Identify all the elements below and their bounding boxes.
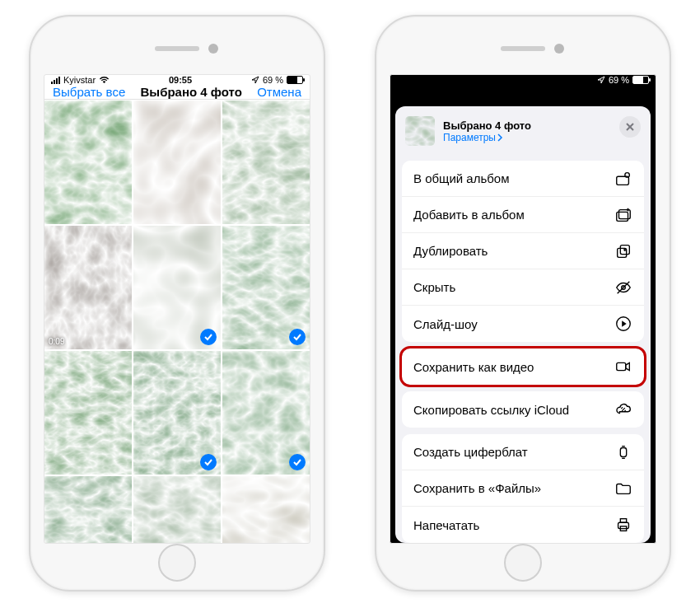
svg-rect-0: [44, 101, 132, 224]
nav-bar: Выбрать все Выбрано 4 фото Отмена: [44, 85, 310, 100]
battery-pct: 69 %: [263, 75, 283, 85]
svg-rect-10: [133, 476, 221, 544]
photo-thumb[interactable]: [133, 476, 221, 544]
action-group-2: Скопировать ссылку iCloud: [402, 391, 644, 428]
status-bar: 69 %: [390, 75, 656, 85]
folder-icon: [614, 479, 632, 498]
action-slideshow[interactable]: Слайд-шоу: [402, 306, 644, 342]
action-create-watchface[interactable]: Создать циферблат: [402, 434, 644, 470]
share-sheet-header: Выбрано 4 фото Параметры: [395, 115, 651, 154]
carrier-label: Kyivstar: [63, 75, 96, 85]
selection-thumbnail: [405, 116, 435, 146]
svg-rect-6: [44, 351, 132, 475]
action-group-highlighted: Сохранить как видео: [402, 348, 644, 385]
action-label: Создать циферблат: [413, 445, 528, 459]
selected-check-icon: [289, 454, 306, 470]
photo-thumb[interactable]: [133, 351, 221, 475]
action-hide[interactable]: Скрыть: [402, 269, 644, 306]
photo-grid[interactable]: 0:09: [44, 100, 310, 544]
photo-thumb[interactable]: 0:09: [44, 226, 132, 349]
selected-check-icon: [289, 329, 306, 345]
share-title: Выбрано 4 фото: [443, 119, 531, 132]
speaker: [501, 46, 545, 51]
svg-rect-13: [405, 116, 435, 146]
video-duration: 0:09: [49, 337, 64, 346]
select-all-button[interactable]: Выбрать все: [53, 85, 125, 99]
svg-rect-9: [44, 476, 132, 544]
action-add-to-album[interactable]: Добавить в альбом: [402, 197, 644, 233]
home-button[interactable]: [504, 544, 542, 582]
svg-rect-2: [222, 101, 310, 224]
front-camera: [208, 44, 218, 54]
location-icon: [251, 76, 259, 84]
action-label: Скрыть: [413, 280, 455, 294]
photo-thumb[interactable]: [44, 476, 132, 544]
selected-check-icon: [200, 329, 217, 345]
battery-pct: 69 %: [609, 75, 629, 85]
nav-title: Выбрано 4 фото: [141, 85, 242, 99]
svg-rect-1: [133, 101, 221, 224]
chevron-right-icon: [497, 133, 503, 142]
action-label: В общий альбом: [413, 171, 510, 185]
action-label: Сохранить в «Файлы»: [413, 481, 541, 495]
photo-thumb[interactable]: [133, 226, 221, 349]
hide-icon: [614, 278, 632, 297]
svg-rect-25: [620, 519, 626, 523]
video-icon: [614, 358, 632, 376]
home-button[interactable]: [158, 544, 196, 582]
action-group-3: Создать циферблат Сохранить в «Файлы» На…: [402, 434, 644, 543]
action-save-to-files[interactable]: Сохранить в «Файлы»: [402, 470, 644, 507]
share-sheet: Выбрано 4 фото Параметры В общий альбом …: [395, 106, 651, 543]
action-print[interactable]: Напечатать: [402, 507, 644, 543]
watch-icon: [614, 443, 632, 461]
location-icon: [597, 76, 605, 84]
speaker: [155, 46, 199, 51]
close-icon: [625, 122, 635, 132]
photo-thumb[interactable]: [222, 476, 310, 544]
action-save-as-video[interactable]: Сохранить как видео: [402, 348, 644, 385]
photo-thumb[interactable]: [222, 226, 310, 349]
action-label: Слайд-шоу: [413, 317, 478, 331]
shared-album-icon: [614, 170, 632, 188]
phone-right: 69 % Выбрано 4 фото Параметры: [375, 15, 671, 592]
clock: 09:55: [169, 75, 192, 85]
add-album-icon: [614, 206, 632, 224]
photo-thumb[interactable]: [222, 351, 310, 475]
signal-icon: [51, 77, 60, 84]
photo-thumb[interactable]: [222, 101, 310, 224]
share-params-button[interactable]: Параметры: [443, 132, 531, 143]
battery-icon: [632, 76, 649, 84]
play-circle-icon: [614, 315, 632, 333]
action-label: Дублировать: [413, 244, 488, 258]
icloud-link-icon: [614, 400, 632, 419]
front-camera: [554, 44, 564, 54]
svg-rect-23: [620, 447, 626, 456]
action-copy-icloud[interactable]: Скопировать ссылку iCloud: [402, 391, 644, 428]
duplicate-icon: [614, 242, 632, 260]
screen-share-sheet: 69 % Выбрано 4 фото Параметры: [390, 74, 656, 544]
action-shared-album[interactable]: В общий альбом: [402, 161, 644, 197]
action-label: Сохранить как видео: [413, 360, 534, 374]
action-group-1: В общий альбом Добавить в альбом Дублиро…: [402, 161, 644, 342]
selected-check-icon: [200, 454, 217, 470]
wifi-icon: [99, 76, 110, 84]
action-label: Напечатать: [413, 518, 479, 532]
close-button[interactable]: [619, 116, 641, 138]
battery-icon: [287, 76, 303, 84]
svg-rect-24: [618, 522, 629, 528]
screen-photos: Kyivstar 09:55 69 % Выбрать все Выбрано …: [44, 74, 310, 544]
photo-thumb[interactable]: [44, 351, 132, 475]
action-label: Скопировать ссылку iCloud: [413, 403, 569, 417]
photo-thumb[interactable]: [133, 101, 221, 224]
svg-rect-22: [617, 362, 626, 370]
action-duplicate[interactable]: Дублировать: [402, 233, 644, 269]
svg-rect-11: [222, 476, 310, 544]
cancel-button[interactable]: Отмена: [257, 85, 301, 99]
svg-rect-3: [44, 226, 132, 349]
action-label: Добавить в альбом: [413, 208, 525, 222]
status-bar: Kyivstar 09:55 69 %: [44, 75, 310, 85]
printer-icon: [614, 516, 632, 534]
photo-thumb[interactable]: [44, 101, 132, 224]
phone-left: Kyivstar 09:55 69 % Выбрать все Выбрано …: [29, 15, 325, 592]
